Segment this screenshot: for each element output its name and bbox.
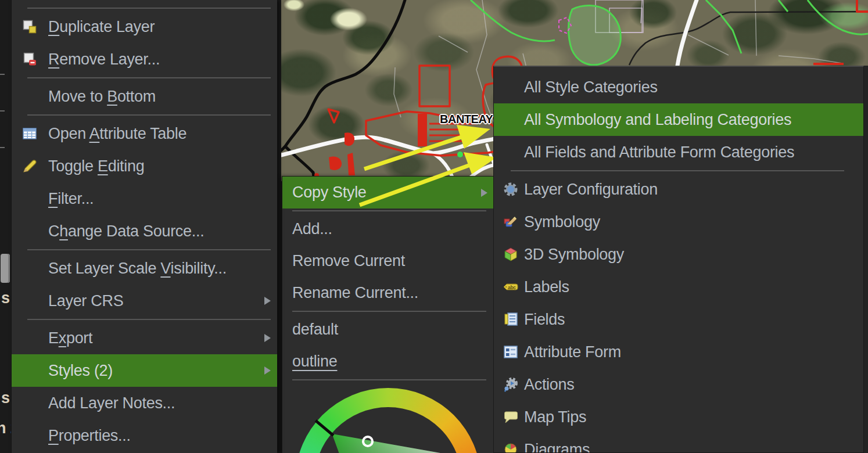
menu-separator — [292, 311, 486, 312]
menu-item-label: 3D Symbology — [524, 246, 624, 264]
menu-item-symbology[interactable]: Symbology — [494, 206, 863, 238]
cube-3d-icon — [503, 247, 518, 262]
no-icon — [503, 112, 518, 127]
color-wheel-triangle — [295, 388, 481, 453]
no-icon — [22, 191, 37, 206]
menu-item-copy-style[interactable]: Copy Style — [282, 177, 494, 208]
menu-item-toggle-editing[interactable]: Toggle Editing — [12, 150, 277, 182]
menu-item-label: Copy Style — [292, 184, 367, 202]
no-icon — [22, 261, 37, 276]
menu-item-set-layer-scale-visibility[interactable]: Set Layer Scale Visibility... — [12, 252, 277, 285]
map-place-label: BANTEAY — [440, 113, 493, 126]
panel-button-fragment — [1, 254, 10, 283]
menu-item-label: Map Tips — [524, 408, 586, 426]
menu-item-all-fields-attribute-form[interactable]: All Fields and Attribute Form Categories — [494, 136, 863, 168]
menu-item-map-tips[interactable]: Map Tips — [494, 401, 863, 433]
no-icon — [503, 145, 518, 160]
copy-style-submenu: All Style Categories All Symbology and L… — [493, 66, 864, 453]
no-icon — [22, 428, 37, 443]
fields-icon — [503, 312, 518, 327]
menu-item-filter[interactable]: Filter... — [12, 182, 277, 215]
attribute-table-icon — [22, 126, 37, 141]
menu-item-label: Attribute Form — [524, 343, 621, 361]
menu-item-move-to-bottom[interactable]: Move to Bottom — [12, 80, 277, 113]
speech-bubble-icon — [503, 409, 518, 425]
menu-item-label: Fields — [524, 311, 565, 329]
menu-item-label: Remove Layer... — [48, 51, 160, 69]
menu-item-rename-current[interactable]: Rename Current... — [282, 277, 494, 309]
menu-item-remove-current[interactable]: Remove Current — [282, 245, 494, 277]
menu-item-label: Duplicate Layer — [48, 18, 155, 36]
color-marker[interactable] — [362, 436, 374, 447]
styles-submenu: Copy Style Add... Remove Current Rename … — [282, 176, 494, 453]
menu-item-label: Change Data Source... — [48, 222, 204, 240]
paintbrush-icon — [503, 214, 518, 229]
menu-separator — [27, 8, 271, 9]
menu-separator — [27, 114, 271, 116]
layers-panel-edge: s s n 2 — [0, 0, 11, 453]
menu-item-change-data-source[interactable]: Change Data Source... — [12, 215, 277, 247]
menu-separator — [27, 249, 271, 250]
menu-item-all-symbology-labeling[interactable]: All Symbology and Labeling Categories — [494, 103, 863, 136]
menu-separator — [27, 319, 271, 320]
remove-layer-icon — [22, 52, 37, 67]
submenu-arrow-icon — [481, 189, 487, 197]
menu-item-remove-layer[interactable]: Remove Layer... — [12, 43, 277, 76]
menu-item-duplicate-layer[interactable]: Duplicate Layer — [12, 10, 277, 43]
color-wheel[interactable] — [295, 388, 481, 453]
menu-item-properties[interactable]: Properties... — [12, 419, 277, 452]
menu-item-all-style-categories[interactable]: All Style Categories — [494, 71, 863, 103]
duplicate-layer-icon — [22, 19, 37, 34]
menu-item-label: Actions — [524, 376, 574, 394]
menu-item-attribute-form[interactable]: Attribute Form — [494, 336, 863, 368]
clipped-text-fragment: s — [1, 289, 10, 307]
layer-context-menu: Duplicate Layer Remove Layer... Move to … — [11, 0, 277, 453]
menu-item-export[interactable]: Export — [12, 322, 277, 354]
no-icon — [22, 89, 37, 104]
menu-separator — [511, 170, 844, 171]
form-icon — [503, 344, 518, 359]
tree-line — [0, 147, 5, 148]
menu-item-label: Rename Current... — [292, 284, 418, 302]
menu-item-label: Remove Current — [292, 252, 405, 270]
pie-diagram-icon — [503, 442, 518, 453]
menu-item-style-outline[interactable]: outline — [282, 346, 494, 378]
no-icon — [22, 396, 37, 411]
menu-item-label: All Style Categories — [524, 78, 658, 96]
menu-item-label: Set Layer Scale Visibility... — [48, 260, 227, 278]
menu-item-open-attribute-table[interactable]: Open Attribute Table — [12, 117, 277, 150]
menu-item-style-default[interactable]: default — [282, 314, 494, 346]
menu-item-label: All Fields and Attribute Form Categories — [524, 143, 794, 161]
menu-item-layer-crs[interactable]: Layer CRS — [12, 285, 277, 317]
menu-item-label: Properties... — [48, 427, 131, 445]
pencil-icon — [22, 159, 37, 174]
menu-item-fields[interactable]: Fields — [494, 303, 863, 336]
menu-item-styles[interactable]: Styles (2) — [12, 354, 277, 387]
no-icon — [22, 330, 37, 346]
menu-item-add-style[interactable]: Add... — [282, 213, 494, 245]
menu-item-label: Open Attribute Table — [48, 125, 186, 143]
menu-item-3d-symbology[interactable]: 3D Symbology — [494, 238, 863, 271]
menu-item-label: Layer CRS — [48, 292, 123, 310]
menu-item-label: Toggle Editing — [48, 157, 144, 175]
no-icon — [22, 224, 37, 239]
menu-separator — [292, 379, 486, 380]
menu-item-label: Add... — [292, 220, 332, 238]
menu-separator — [292, 210, 486, 211]
menu-item-label: Filter... — [48, 190, 94, 208]
clipped-text-fragment: s — [1, 389, 10, 407]
menu-item-diagrams[interactable]: Diagrams — [494, 433, 863, 453]
no-icon — [22, 293, 37, 308]
menu-item-label: outline — [292, 353, 337, 371]
menu-item-label: Add Layer Notes... — [48, 394, 175, 412]
menu-item-label: default — [292, 321, 338, 339]
menu-item-layer-configuration[interactable]: Layer Configuration — [494, 173, 863, 206]
menu-item-label: Layer Configuration — [524, 181, 658, 199]
menu-item-labels[interactable]: abc Labels — [494, 271, 863, 303]
menu-item-add-layer-notes[interactable]: Add Layer Notes... — [12, 387, 277, 419]
menu-edge-shadow — [864, 66, 868, 453]
no-icon — [503, 80, 518, 95]
menu-item-label: All Symbology and Labeling Categories — [524, 111, 791, 129]
menu-item-actions[interactable]: Actions — [494, 368, 863, 401]
menu-item-label: Labels — [524, 278, 569, 296]
